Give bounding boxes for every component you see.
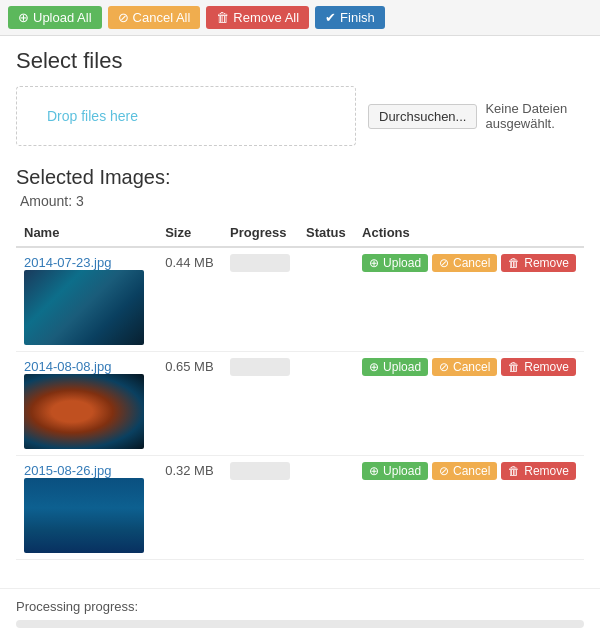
cancel-icon-2: ⊘ xyxy=(439,464,449,478)
file-size-value: 0.32 MB xyxy=(165,463,213,478)
table-row: 2015-08-26.jpg 0.32 MB ⊕ Upload ⊘ xyxy=(16,456,584,560)
drop-zone[interactable]: Drop files here xyxy=(16,86,356,146)
file-input-area: Durchsuchen... Keine Dateien ausgewählt. xyxy=(368,101,584,131)
processing-progress-bar xyxy=(16,620,584,628)
file-status-cell xyxy=(298,456,354,560)
upload-button-0[interactable]: ⊕ Upload xyxy=(362,254,428,272)
table-header-row: Name Size Progress Status Actions xyxy=(16,219,584,247)
main-content: Select files Drop files here Durchsuchen… xyxy=(0,36,600,572)
selected-section: Selected Images: Amount: 3 Name Size Pro… xyxy=(16,166,584,560)
file-name-cell: 2015-08-26.jpg xyxy=(16,456,157,560)
remove-button-1[interactable]: 🗑 Remove xyxy=(501,358,576,376)
file-size-value: 0.65 MB xyxy=(165,359,213,374)
cancel-button-0[interactable]: ⊘ Cancel xyxy=(432,254,497,272)
trash-icon-0: 🗑 xyxy=(508,256,520,270)
upload-button-2[interactable]: ⊕ Upload xyxy=(362,462,428,480)
footer: Processing progress: xyxy=(0,588,600,638)
file-actions-cell: ⊕ Upload ⊘ Cancel 🗑 Remove xyxy=(354,247,584,352)
progress-bar-wrapper xyxy=(230,254,290,272)
remove-button-2[interactable]: 🗑 Remove xyxy=(501,462,576,480)
check-icon: ✔ xyxy=(325,10,336,25)
upload-icon-0: ⊕ xyxy=(369,256,379,270)
file-name-link[interactable]: 2014-07-23.jpg xyxy=(24,255,111,270)
toolbar: ⊕ Upload All ⊘ Cancel All 🗑 Remove All ✔… xyxy=(0,0,600,36)
file-size-value: 0.44 MB xyxy=(165,255,213,270)
file-size-cell: 0.32 MB xyxy=(157,456,222,560)
col-header-status: Status xyxy=(298,219,354,247)
processing-label: Processing progress: xyxy=(16,599,138,614)
file-progress-cell xyxy=(222,352,298,456)
cancel-icon-0: ⊘ xyxy=(439,256,449,270)
file-status-cell xyxy=(298,352,354,456)
trash-icon-1: 🗑 xyxy=(508,360,520,374)
col-header-progress: Progress xyxy=(222,219,298,247)
file-thumbnail xyxy=(24,270,144,345)
file-thumbnail xyxy=(24,374,144,449)
progress-bar-wrapper xyxy=(230,462,290,480)
trash-icon-2: 🗑 xyxy=(508,464,520,478)
file-size-cell: 0.65 MB xyxy=(157,352,222,456)
file-progress-cell xyxy=(222,247,298,352)
drop-zone-label: Drop files here xyxy=(47,108,138,124)
cancel-icon: ⊘ xyxy=(118,10,129,25)
remove-all-button[interactable]: 🗑 Remove All xyxy=(206,6,309,29)
file-actions-cell: ⊕ Upload ⊘ Cancel 🗑 Remove xyxy=(354,352,584,456)
col-header-size: Size xyxy=(157,219,222,247)
upload-icon-2: ⊕ xyxy=(369,464,379,478)
files-table: Name Size Progress Status Actions 2014-0… xyxy=(16,219,584,560)
upload-icon: ⊕ xyxy=(18,10,29,25)
cancel-button-1[interactable]: ⊘ Cancel xyxy=(432,358,497,376)
cancel-all-button[interactable]: ⊘ Cancel All xyxy=(108,6,201,29)
selected-title: Selected Images: xyxy=(16,166,584,189)
page-title: Select files xyxy=(16,48,584,74)
browse-button[interactable]: Durchsuchen... xyxy=(368,104,477,129)
file-name-link[interactable]: 2015-08-26.jpg xyxy=(24,463,111,478)
remove-button-0[interactable]: 🗑 Remove xyxy=(501,254,576,272)
upload-icon-1: ⊕ xyxy=(369,360,379,374)
file-name-link[interactable]: 2014-08-08.jpg xyxy=(24,359,111,374)
file-thumbnail xyxy=(24,478,144,553)
file-size-cell: 0.44 MB xyxy=(157,247,222,352)
upload-all-button[interactable]: ⊕ Upload All xyxy=(8,6,102,29)
file-actions-cell: ⊕ Upload ⊘ Cancel 🗑 Remove xyxy=(354,456,584,560)
trash-icon: 🗑 xyxy=(216,10,229,25)
amount-label: Amount: 3 xyxy=(16,193,584,209)
table-row: 2014-07-23.jpg 0.44 MB ⊕ Upload ⊘ xyxy=(16,247,584,352)
col-header-actions: Actions xyxy=(354,219,584,247)
upload-button-1[interactable]: ⊕ Upload xyxy=(362,358,428,376)
no-file-label: Keine Dateien ausgewählt. xyxy=(485,101,584,131)
file-progress-cell xyxy=(222,456,298,560)
progress-bar-wrapper xyxy=(230,358,290,376)
finish-button[interactable]: ✔ Finish xyxy=(315,6,385,29)
file-select-row: Drop files here Durchsuchen... Keine Dat… xyxy=(16,86,584,146)
file-status-cell xyxy=(298,247,354,352)
cancel-button-2[interactable]: ⊘ Cancel xyxy=(432,462,497,480)
file-name-cell: 2014-07-23.jpg xyxy=(16,247,157,352)
col-header-name: Name xyxy=(16,219,157,247)
file-name-cell: 2014-08-08.jpg xyxy=(16,352,157,456)
table-row: 2014-08-08.jpg 0.65 MB ⊕ Upload ⊘ xyxy=(16,352,584,456)
cancel-icon-1: ⊘ xyxy=(439,360,449,374)
